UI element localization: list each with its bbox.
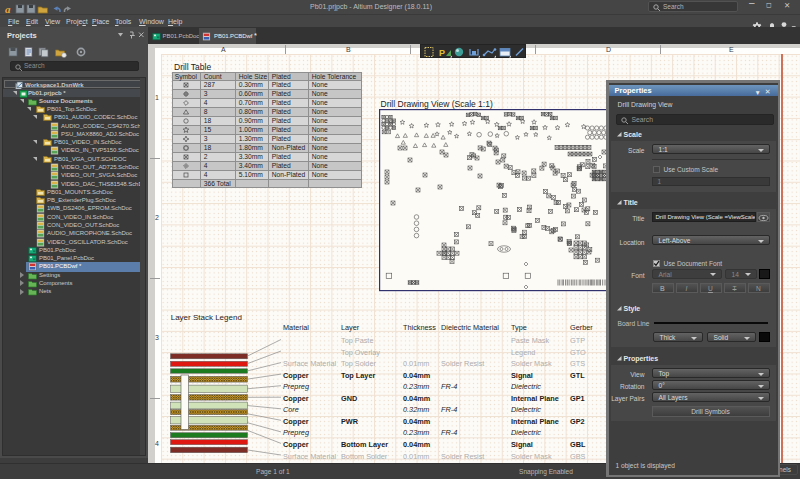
- svg-text:P: P: [439, 48, 445, 58]
- svg-text:a: a: [5, 3, 11, 15]
